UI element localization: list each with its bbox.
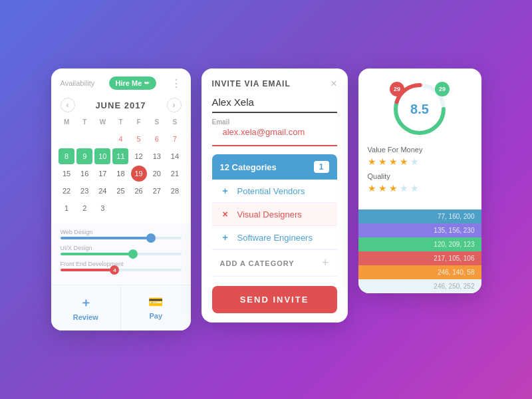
color-bar-label: 77, 160, 200 [438, 213, 475, 220]
hire-me-label: Hire Me [116, 79, 142, 87]
pay-button[interactable]: 💳 Pay [121, 285, 191, 331]
plus-icon: ＋ [80, 295, 92, 311]
day-m: M [58, 116, 76, 128]
cal-cell[interactable]: 6 [149, 131, 165, 147]
cal-cell[interactable]: 2 [76, 200, 92, 216]
pay-label: Pay [149, 312, 162, 320]
hire-me-button[interactable]: Hire Me ✏ [109, 76, 157, 90]
stats-top: 8.5 29 29 Value For Money ★ ★ ★ ★ ★ Qual… [358, 68, 481, 207]
add-icon: + [220, 186, 231, 196]
cal-cell[interactable]: 16 [76, 166, 92, 182]
pencil-icon: ✏ [144, 80, 150, 86]
cal-cell[interactable] [59, 131, 74, 147]
cal-cell[interactable]: 12 [131, 148, 147, 164]
cal-cell[interactable]: 10 [94, 148, 110, 164]
category-item-designers[interactable]: × Visual Designers [212, 203, 337, 226]
main-container: Availability Hire Me ✏ ⋮ ‹ JUNE 2017 › M… [38, 55, 495, 344]
sliders-section: Web Design UI/X Design Front End Develop… [51, 223, 191, 285]
cal-cell[interactable]: 1 [59, 200, 74, 216]
invite-header: INVITE VIA EMAIL × [201, 68, 348, 96]
cal-cell[interactable]: 22 [59, 183, 74, 199]
prev-month-button[interactable]: ‹ [61, 98, 75, 112]
add-icon: + [220, 232, 231, 243]
cal-cell[interactable]: 13 [149, 148, 165, 164]
next-month-button[interactable]: › [167, 98, 182, 112]
value-for-money-row: Value For Money ★ ★ ★ ★ ★ [368, 146, 472, 167]
cal-cell[interactable]: 21 [167, 166, 183, 182]
slider-thumb[interactable] [128, 249, 138, 259]
day-s: S [148, 116, 166, 128]
cal-cell[interactable]: 17 [94, 166, 110, 182]
value-for-money-label: Value For Money [368, 146, 472, 154]
card-icon: 💳 [148, 295, 163, 309]
cal-cell[interactable] [76, 131, 92, 147]
star-2: ★ [378, 183, 387, 194]
cal-cell[interactable]: 4 [112, 131, 128, 147]
color-bars: 77, 160, 200 135, 156, 230 120, 209, 123… [358, 209, 481, 293]
cal-cell[interactable]: 11 [112, 148, 128, 164]
gauge-badge-left: 29 [390, 82, 404, 96]
color-bar-4: 217, 105, 106 [358, 251, 481, 265]
cal-row-3: 15 16 17 18 19 20 21 [58, 165, 184, 182]
slider-track[interactable]: 4 [61, 269, 182, 271]
gauge-badge-right: 29 [435, 82, 450, 96]
month-label: JUNE 2017 [95, 100, 146, 110]
calendar-card: Availability Hire Me ✏ ⋮ ‹ JUNE 2017 › M… [51, 68, 191, 331]
cal-cell[interactable]: 15 [59, 166, 74, 182]
color-bar-label: 246, 140, 58 [438, 269, 475, 276]
cal-cell[interactable]: 8 [59, 148, 74, 164]
add-category-row[interactable]: ADD A CATEGORY + [212, 249, 337, 277]
add-category-label: ADD A CATEGORY [220, 259, 295, 267]
invite-name: Alex Xela [212, 96, 337, 113]
cal-cell[interactable]: 27 [149, 183, 165, 199]
card1-footer: ＋ Review 💳 Pay [51, 285, 191, 331]
category-name: Potential Vendors [237, 186, 305, 196]
cal-cell[interactable]: 24 [94, 183, 110, 199]
cal-cell [149, 200, 165, 216]
cal-cell-today[interactable]: 19 [131, 166, 147, 182]
cal-cell[interactable]: 18 [112, 166, 128, 182]
close-button[interactable]: × [331, 78, 336, 90]
slider-label: Web Design [61, 229, 182, 235]
categories-header: 12 Categories 1 [212, 154, 337, 180]
cal-cell[interactable] [94, 131, 110, 147]
stats-card: 8.5 29 29 Value For Money ★ ★ ★ ★ ★ Qual… [358, 68, 481, 293]
cal-cell[interactable]: 14 [167, 148, 183, 164]
more-options-icon[interactable]: ⋮ [171, 77, 182, 90]
category-item-engineers[interactable]: + Software Engineers [212, 226, 337, 249]
review-button[interactable]: ＋ Review [51, 285, 122, 331]
slider-fill [61, 237, 152, 239]
color-bar-1: 77, 160, 200 [358, 209, 481, 223]
slider-web-design: Web Design [61, 229, 182, 239]
cal-cell[interactable]: 20 [149, 166, 165, 182]
color-bar-label: 246, 250, 252 [434, 283, 474, 290]
slider-thumb[interactable]: 4 [110, 265, 119, 275]
slider-frontend: Front End Development 4 [61, 261, 182, 271]
slider-track[interactable] [61, 253, 182, 255]
slider-track[interactable] [61, 237, 182, 239]
cal-cell[interactable]: 3 [94, 200, 110, 216]
category-item-vendors[interactable]: + Potential Vendors [212, 180, 337, 203]
cal-cell[interactable]: 28 [167, 183, 183, 199]
cal-row-2: 8 9 10 11 12 13 14 [58, 148, 184, 165]
cal-cell[interactable]: 9 [76, 148, 92, 164]
send-invite-button[interactable]: SEND INVITE [212, 286, 337, 313]
cal-cell [112, 200, 128, 216]
value-stars: ★ ★ ★ ★ ★ [368, 156, 472, 167]
card1-header: Availability Hire Me ✏ ⋮ [51, 68, 191, 95]
cal-cell[interactable]: 5 [131, 131, 147, 147]
quality-stars: ★ ★ ★ ★ ★ [368, 183, 472, 194]
cal-cell[interactable]: 25 [112, 183, 128, 199]
cal-cell[interactable]: 7 [167, 131, 183, 147]
slider-fill [61, 253, 133, 255]
star-3: ★ [389, 156, 398, 167]
slider-uix: UI/X Design [61, 245, 182, 255]
invite-card: INVITE VIA EMAIL × Alex Xela Email alex.… [201, 68, 348, 323]
review-label: Review [73, 313, 98, 321]
cal-cell[interactable]: 26 [131, 183, 147, 199]
cal-row-1: 4 5 6 7 [58, 130, 184, 148]
cal-cell[interactable]: 23 [76, 183, 92, 199]
slider-thumb[interactable] [146, 233, 156, 243]
cal-row-4: 22 23 24 25 26 27 28 [58, 182, 184, 200]
quality-label: Quality [368, 172, 472, 180]
